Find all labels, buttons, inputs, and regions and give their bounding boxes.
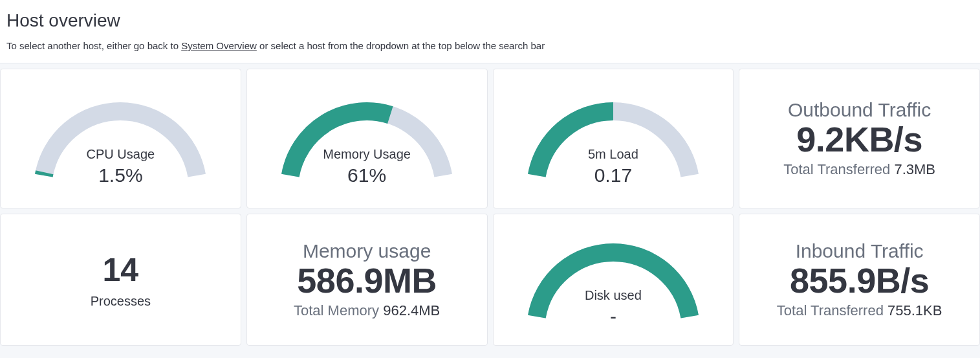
outbound-traffic-panel[interactable]: Outbound Traffic 9.2KB/s Total Transferr… bbox=[739, 69, 980, 208]
inbound-sub-label: Total Transferred bbox=[777, 302, 887, 319]
memory-usage-panel[interactable]: Memory Usage 61% bbox=[246, 69, 488, 208]
memory-metric-value: 586.9MB bbox=[294, 262, 440, 299]
load-panel[interactable]: 5m Load 0.17 bbox=[493, 69, 734, 208]
cpu-gauge: CPU Usage 1.5% bbox=[17, 74, 224, 203]
memory-metric-sub: Total Memory 962.4MB bbox=[294, 302, 440, 319]
outbound-sub-value: 7.3MB bbox=[894, 161, 935, 177]
header-panel: Host overview To select another host, ei… bbox=[0, 0, 980, 63]
inbound-title: Inbound Traffic bbox=[777, 240, 942, 262]
disk-used-panel[interactable]: Disk used - bbox=[493, 214, 734, 346]
outbound-title: Outbound Traffic bbox=[783, 99, 935, 121]
subtitle-post: or select a host from the dropdown at th… bbox=[257, 40, 545, 51]
cpu-gauge-value: 1.5% bbox=[17, 164, 224, 186]
memory-metric-panel[interactable]: Memory usage 586.9MB Total Memory 962.4M… bbox=[246, 214, 488, 346]
disk-gauge-value: - bbox=[510, 306, 717, 328]
cpu-gauge-label: CPU Usage bbox=[17, 147, 224, 162]
load-gauge: 5m Load 0.17 bbox=[510, 74, 717, 203]
processes-value: 14 bbox=[91, 251, 151, 289]
outbound-value: 9.2KB/s bbox=[783, 121, 935, 158]
memory-gauge-value: 61% bbox=[263, 164, 470, 186]
processes-label: Processes bbox=[91, 294, 151, 309]
outbound-sub: Total Transferred 7.3MB bbox=[783, 161, 935, 178]
inbound-value: 855.9B/s bbox=[777, 262, 942, 299]
disk-gauge-label: Disk used bbox=[510, 288, 717, 303]
outbound-sub-label: Total Transferred bbox=[783, 161, 894, 177]
disk-gauge: Disk used - bbox=[510, 215, 717, 344]
memory-sub-value: 962.4MB bbox=[383, 302, 440, 319]
processes-panel[interactable]: 14 Processes bbox=[0, 214, 241, 346]
memory-metric-title: Memory usage bbox=[294, 240, 440, 262]
inbound-sub: Total Transferred 755.1KB bbox=[777, 302, 942, 319]
page-title: Host overview bbox=[6, 10, 972, 31]
dashboard-grid: CPU Usage 1.5% Memory Usage 61% 5m Load … bbox=[0, 63, 980, 346]
load-gauge-value: 0.17 bbox=[510, 164, 717, 186]
load-gauge-svg bbox=[510, 79, 717, 208]
memory-gauge-label: Memory Usage bbox=[263, 147, 470, 162]
cpu-usage-panel[interactable]: CPU Usage 1.5% bbox=[0, 69, 241, 208]
inbound-sub-value: 755.1KB bbox=[887, 302, 942, 319]
inbound-traffic-panel[interactable]: Inbound Traffic 855.9B/s Total Transferr… bbox=[739, 214, 980, 346]
system-overview-link[interactable]: System Overview bbox=[181, 40, 257, 51]
cpu-gauge-svg bbox=[17, 79, 224, 208]
page-subtitle: To select another host, either go back t… bbox=[6, 40, 972, 51]
load-gauge-label: 5m Load bbox=[510, 147, 717, 162]
memory-sub-label: Total Memory bbox=[294, 302, 383, 319]
subtitle-pre: To select another host, either go back t… bbox=[6, 40, 181, 51]
memory-gauge-svg bbox=[263, 79, 470, 208]
memory-gauge: Memory Usage 61% bbox=[263, 74, 470, 203]
